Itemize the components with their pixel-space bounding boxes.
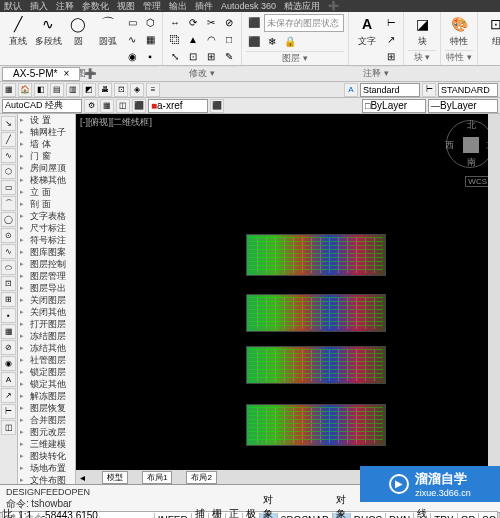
layer-icon[interactable]: ❄ xyxy=(264,33,280,49)
group-button[interactable]: ⊡组 xyxy=(482,14,500,48)
layer-item[interactable]: ▸解冻图层 xyxy=(18,390,75,402)
layout-tab[interactable]: 布局1 xyxy=(142,471,172,484)
tool-icon[interactable]: ⬡ xyxy=(1,164,16,179)
layer-item[interactable]: ▸图层恢复 xyxy=(18,402,75,414)
leader-icon[interactable]: ↗ xyxy=(383,31,399,47)
tool-icon[interactable]: ◉ xyxy=(1,356,16,371)
text-style-dropdown[interactable]: Standard xyxy=(360,83,420,97)
layer-item[interactable]: ▸图块转化 xyxy=(18,450,75,462)
status-toggle[interactable]: 栅格 xyxy=(209,513,226,518)
tool-icon[interactable]: ⬛ xyxy=(210,99,224,113)
tool-icon[interactable]: ⊡ xyxy=(114,83,128,97)
layer-item[interactable]: ▸关闭图层 xyxy=(18,294,75,306)
status-toggle[interactable]: 对象捕捉 xyxy=(260,513,278,518)
stretch-icon[interactable]: ⤡ xyxy=(167,48,183,64)
layer-item[interactable]: ▸图元改层 xyxy=(18,426,75,438)
gear-icon[interactable]: ⚙ xyxy=(84,99,98,113)
tab[interactable]: 精选应用 xyxy=(284,0,320,13)
layer-item[interactable]: ▸文件布图 xyxy=(18,474,75,484)
point-icon[interactable]: ▪ xyxy=(142,48,158,64)
status-toggle[interactable]: 3DOSNAP xyxy=(278,513,333,518)
table-icon[interactable]: ⊞ xyxy=(383,48,399,64)
polyline-button[interactable]: ∿多段线 xyxy=(34,14,62,48)
status-toggle[interactable]: 捕捉 xyxy=(192,513,209,518)
tool-icon[interactable]: ◧ xyxy=(34,83,48,97)
tool-icon[interactable]: ✎ xyxy=(221,48,237,64)
tool-icon[interactable]: ⊞ xyxy=(1,292,16,307)
vertical-scrollbar[interactable] xyxy=(488,114,500,470)
tool-icon[interactable]: ⊙ xyxy=(1,228,16,243)
layer-props-icon[interactable]: ⬛ xyxy=(246,14,262,30)
tool-icon[interactable]: ↘ xyxy=(1,116,16,131)
close-icon[interactable]: × xyxy=(63,68,69,79)
layer-item[interactable]: ▸文字表格 xyxy=(18,210,75,222)
tool-icon[interactable]: ⊘ xyxy=(221,14,237,30)
tool-icon[interactable]: ▦ xyxy=(100,99,114,113)
tool-icon[interactable]: ◫ xyxy=(116,99,130,113)
move-icon[interactable]: ↔ xyxy=(167,14,183,30)
layer-item[interactable]: ▸场地布置 xyxy=(18,462,75,474)
layer-item[interactable]: ▸社管图层 xyxy=(18,354,75,366)
hatch-icon[interactable]: ▦ xyxy=(142,31,158,47)
scale-icon[interactable]: ⊡ xyxy=(185,48,201,64)
xref-dropdown[interactable]: ■ a-xref xyxy=(148,99,208,113)
layer-item[interactable]: ▸图层管理 xyxy=(18,270,75,282)
tool-icon[interactable]: ≡ xyxy=(146,83,160,97)
fillet-icon[interactable]: ◠ xyxy=(203,31,219,47)
status-toggle[interactable]: DYN xyxy=(386,513,414,518)
tool-icon[interactable]: ▦ xyxy=(1,324,16,339)
array-icon[interactable]: ⊞ xyxy=(203,48,219,64)
style-icon[interactable]: A xyxy=(344,83,358,97)
status-toggle[interactable]: 极轴 xyxy=(243,513,260,518)
layer-item[interactable]: ▸墙 体 xyxy=(18,138,75,150)
block-button[interactable]: ◪块 xyxy=(408,14,436,48)
layer-item[interactable]: ▸图层导出 xyxy=(18,282,75,294)
status-toggle[interactable]: QP xyxy=(458,513,479,518)
add-tab-icon[interactable]: ➕ xyxy=(84,68,96,79)
tool-icon[interactable]: ▪ xyxy=(1,308,16,323)
layer-state-dropdown[interactable]: 未保存的图层状态 xyxy=(264,14,344,32)
layer-item[interactable]: ▸三维建模 xyxy=(18,438,75,450)
tool-icon[interactable]: ▥ xyxy=(66,83,80,97)
layer-item[interactable]: ▸锁定图层 xyxy=(18,366,75,378)
tool-icon[interactable]: ╱ xyxy=(1,132,16,147)
tool-icon[interactable]: ▤ xyxy=(50,83,64,97)
dim-icon[interactable]: ⊢ xyxy=(383,14,399,30)
circle-button[interactable]: ◯圆 xyxy=(64,14,92,48)
spline-icon[interactable]: ∿ xyxy=(124,31,140,47)
tool-icon[interactable]: ↗ xyxy=(1,388,16,403)
tool-icon[interactable]: ⬭ xyxy=(1,260,16,275)
model-tab[interactable]: 模型 xyxy=(102,471,128,484)
tool-icon[interactable]: 🏠 xyxy=(18,83,32,97)
tool-icon[interactable]: ◩ xyxy=(82,83,96,97)
file-tab[interactable]: AX-5-PM*× xyxy=(2,67,80,81)
tab-add[interactable]: ➕ xyxy=(328,1,339,11)
layer-item[interactable]: ▸符号标注 xyxy=(18,234,75,246)
tab[interactable]: 注释 xyxy=(56,0,74,13)
tab[interactable]: Autodesk 360 xyxy=(221,1,276,11)
layer-item[interactable]: ▸房间屋顶 xyxy=(18,162,75,174)
layer-item[interactable]: ▸剖 面 xyxy=(18,198,75,210)
tab[interactable]: 管理 xyxy=(143,0,161,13)
arc-button[interactable]: ⌒圆弧 xyxy=(94,14,122,48)
dim-style-icon[interactable]: ⊢ xyxy=(422,83,436,97)
tool-icon[interactable]: 🖶 xyxy=(98,83,112,97)
tab[interactable]: 参数化 xyxy=(82,0,109,13)
copy-icon[interactable]: ⿻ xyxy=(167,31,183,47)
layout-tab[interactable]: 布局2 xyxy=(186,471,216,484)
tool-icon[interactable]: ⬛ xyxy=(132,99,146,113)
linetype-dropdown[interactable]: — ByLayer xyxy=(428,99,498,113)
layer-item[interactable]: ▸冻结图层 xyxy=(18,330,75,342)
status-toggle[interactable]: 对象追踪 xyxy=(333,513,351,518)
dim-style-dropdown[interactable]: STANDARD xyxy=(438,83,498,97)
tool-icon[interactable]: ◫ xyxy=(1,420,16,435)
tool-icon[interactable]: ⊡ xyxy=(1,276,16,291)
layer-item[interactable]: ▸轴网柱子 xyxy=(18,126,75,138)
layer-item[interactable]: ▸立 面 xyxy=(18,186,75,198)
tool-icon[interactable]: ⊢ xyxy=(1,404,16,419)
layer-icon[interactable]: 🔒 xyxy=(282,33,298,49)
layer-item[interactable]: ▸设 置 xyxy=(18,114,75,126)
color-dropdown[interactable]: □ ByLayer xyxy=(362,99,426,113)
text-button[interactable]: A文字 xyxy=(353,14,381,48)
tool-icon[interactable]: A xyxy=(1,372,16,387)
